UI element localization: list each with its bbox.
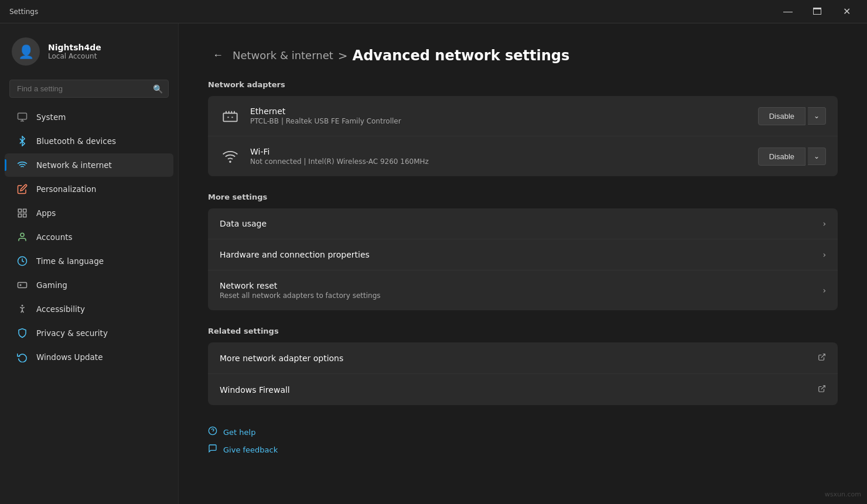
ethernet-icon bbox=[220, 105, 241, 126]
network-reset-item[interactable]: Network reset Reset all network adapters… bbox=[208, 270, 838, 310]
sidebar-item-update[interactable]: Windows Update bbox=[5, 345, 173, 369]
network-reset-text: Network reset Reset all network adapters… bbox=[220, 281, 822, 300]
svg-point-8 bbox=[22, 305, 23, 306]
sidebar-item-privacy[interactable]: Privacy & security bbox=[5, 321, 173, 345]
wifi-actions: Disable ⌄ bbox=[758, 148, 826, 166]
maximize-button[interactable]: 🗖 bbox=[804, 2, 831, 21]
sidebar-item-bluetooth-label: Bluetooth & devices bbox=[36, 136, 116, 146]
windows-firewall-item[interactable]: Windows Firewall bbox=[208, 374, 838, 405]
sidebar-item-privacy-label: Privacy & security bbox=[36, 328, 108, 338]
update-icon bbox=[16, 351, 28, 363]
time-icon bbox=[16, 255, 28, 267]
sidebar-item-accessibility-label: Accessibility bbox=[36, 304, 85, 314]
wifi-name: Wi-Fi bbox=[250, 147, 749, 156]
sidebar-item-system-label: System bbox=[36, 112, 66, 122]
sidebar-nav: System Bluetooth & devices Network & int… bbox=[0, 105, 178, 369]
search-icon: 🔍 bbox=[153, 84, 163, 94]
firewall-ext-icon bbox=[818, 385, 826, 395]
wifi-chevron-button[interactable]: ⌄ bbox=[808, 148, 826, 165]
accessibility-icon bbox=[16, 303, 28, 315]
more-adapter-text: More network adapter options bbox=[220, 354, 818, 363]
personalization-icon bbox=[16, 183, 28, 195]
search-input[interactable] bbox=[9, 80, 169, 98]
more-adapter-ext-icon bbox=[818, 353, 826, 363]
svg-point-10 bbox=[230, 161, 231, 162]
give-feedback-icon bbox=[208, 444, 217, 455]
more-adapter-options-item[interactable]: More network adapter options bbox=[208, 342, 838, 374]
system-icon bbox=[16, 111, 28, 123]
svg-point-5 bbox=[21, 233, 24, 236]
ethernet-disable-button[interactable]: Disable bbox=[758, 107, 805, 125]
sidebar-item-bluetooth[interactable]: Bluetooth & devices bbox=[5, 129, 173, 153]
get-help-link[interactable]: Get help bbox=[208, 426, 838, 438]
user-info: Nightsh4de Local Account bbox=[48, 43, 101, 60]
ethernet-name: Ethernet bbox=[250, 107, 749, 116]
app-title: Settings bbox=[9, 8, 38, 16]
privacy-icon bbox=[16, 327, 28, 339]
data-usage-item[interactable]: Data usage › bbox=[208, 208, 838, 239]
ethernet-actions: Disable ⌄ bbox=[758, 107, 826, 125]
svg-rect-0 bbox=[18, 113, 27, 119]
related-settings-card: More network adapter options Windows Fir… bbox=[208, 342, 838, 405]
ethernet-chevron-button[interactable]: ⌄ bbox=[808, 107, 826, 125]
svg-rect-9 bbox=[223, 113, 237, 121]
search-box: 🔍 bbox=[9, 80, 169, 98]
avatar-icon: 👤 bbox=[18, 44, 34, 59]
back-button[interactable]: ← bbox=[208, 47, 228, 64]
data-usage-title: Data usage bbox=[220, 219, 822, 228]
title-bar: Settings — 🗖 ✕ bbox=[0, 0, 867, 23]
network-reset-arrow: › bbox=[822, 286, 826, 295]
title-bar-controls: — 🗖 ✕ bbox=[774, 2, 860, 21]
sidebar-item-update-label: Windows Update bbox=[36, 352, 103, 362]
main-content: ← Network & internet > Advanced network … bbox=[179, 23, 867, 504]
sidebar-item-time-label: Time & language bbox=[36, 256, 104, 266]
sidebar-item-network[interactable]: Network & internet bbox=[5, 153, 173, 177]
svg-line-11 bbox=[821, 354, 825, 358]
user-type: Local Account bbox=[48, 52, 101, 60]
close-button[interactable]: ✕ bbox=[833, 2, 860, 21]
sidebar-item-accounts[interactable]: Accounts bbox=[5, 225, 173, 249]
sidebar-item-gaming[interactable]: Gaming bbox=[5, 273, 173, 297]
app-window: 👤 Nightsh4de Local Account 🔍 System bbox=[0, 23, 867, 504]
sidebar-item-apps[interactable]: Apps bbox=[5, 201, 173, 225]
sidebar-item-personalization-label: Personalization bbox=[36, 184, 96, 194]
wifi-adapter: Wi-Fi Not connected | Intel(R) Wireless-… bbox=[208, 136, 838, 176]
ethernet-info: Ethernet PTCL-BB | Realtek USB FE Family… bbox=[250, 107, 749, 125]
apps-icon bbox=[16, 207, 28, 219]
sidebar-item-apps-label: Apps bbox=[36, 208, 56, 218]
minimize-button[interactable]: — bbox=[774, 2, 801, 21]
watermark: wsxun.com bbox=[825, 491, 861, 498]
more-settings-title: More settings bbox=[208, 193, 838, 201]
sidebar-item-personalization[interactable]: Personalization bbox=[5, 177, 173, 201]
firewall-title: Windows Firewall bbox=[220, 385, 818, 395]
title-bar-left: Settings bbox=[9, 8, 38, 16]
network-reset-desc: Reset all network adapters to factory se… bbox=[220, 292, 822, 300]
footer-links: Get help Give feedback bbox=[208, 426, 838, 467]
network-reset-title: Network reset bbox=[220, 281, 822, 290]
avatar: 👤 bbox=[12, 37, 40, 66]
user-profile[interactable]: 👤 Nightsh4de Local Account bbox=[0, 28, 178, 77]
sidebar-item-system[interactable]: System bbox=[5, 105, 173, 129]
sidebar-item-time[interactable]: Time & language bbox=[5, 249, 173, 273]
hardware-props-title: Hardware and connection properties bbox=[220, 250, 822, 259]
breadcrumb: ← Network & internet > Advanced network … bbox=[208, 47, 838, 64]
svg-rect-1 bbox=[18, 209, 21, 212]
user-name: Nightsh4de bbox=[48, 43, 101, 52]
sidebar: 👤 Nightsh4de Local Account 🔍 System bbox=[0, 23, 179, 504]
hardware-props-item[interactable]: Hardware and connection properties › bbox=[208, 239, 838, 270]
get-help-icon bbox=[208, 426, 217, 438]
svg-rect-3 bbox=[18, 214, 21, 217]
sidebar-item-accessibility[interactable]: Accessibility bbox=[5, 297, 173, 321]
give-feedback-label: Give feedback bbox=[223, 445, 278, 454]
sidebar-item-gaming-label: Gaming bbox=[36, 280, 67, 290]
wifi-info: Wi-Fi Not connected | Intel(R) Wireless-… bbox=[250, 147, 749, 166]
hardware-props-arrow: › bbox=[822, 250, 826, 259]
wifi-desc: Not connected | Intel(R) Wireless-AC 926… bbox=[250, 157, 749, 166]
gaming-icon bbox=[16, 279, 28, 291]
breadcrumb-parent[interactable]: Network & internet bbox=[233, 49, 333, 61]
wifi-disable-button[interactable]: Disable bbox=[758, 148, 805, 166]
svg-rect-7 bbox=[18, 283, 27, 288]
ethernet-adapter: Ethernet PTCL-BB | Realtek USB FE Family… bbox=[208, 96, 838, 136]
give-feedback-link[interactable]: Give feedback bbox=[208, 444, 838, 455]
get-help-label: Get help bbox=[223, 428, 255, 437]
